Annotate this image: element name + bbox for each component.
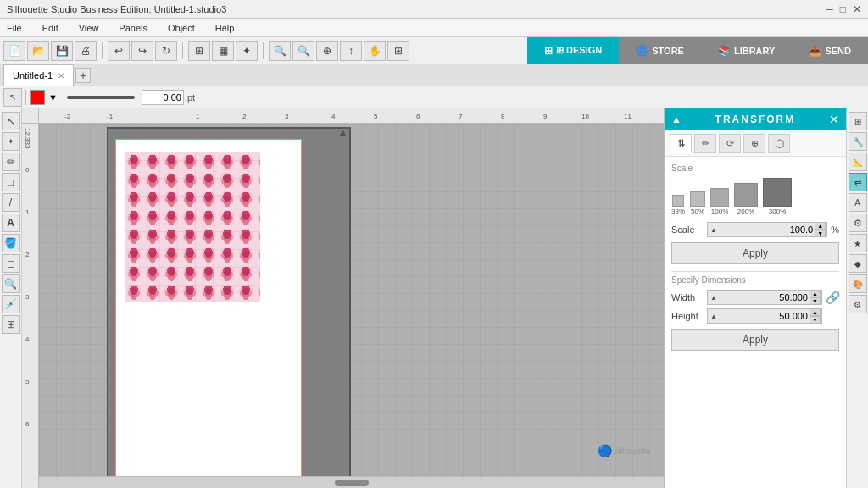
right-tool-1[interactable]: ⊞ [849,112,867,130]
fill-tool[interactable]: 🪣 [2,234,20,252]
scale-spin-down[interactable]: ▼ [815,230,826,237]
group-button[interactable]: ▦ [212,41,234,61]
new-tab-button[interactable]: + [75,68,91,83]
panel-tab-position[interactable]: ⊕ [743,134,765,152]
panel-expand-icon[interactable]: ▲ [671,114,682,125]
right-tool-3[interactable]: 📐 [849,152,867,171]
right-tool-8[interactable]: ◆ [849,254,867,273]
lock-proportions-icon[interactable]: 🔗 [826,291,839,304]
right-tool-transform[interactable]: ⇄ [849,173,867,191]
right-tool-9[interactable]: 🎨 [849,274,867,293]
separator [102,42,103,59]
preset-100[interactable]: 100% [710,188,729,215]
pointer-tool-btn[interactable]: ↖ [3,88,22,107]
nav-store-tab[interactable]: 🌀 STORE [619,37,701,64]
stroke-color-box[interactable] [30,90,45,105]
crop-tool[interactable]: ⊞ [2,315,20,334]
lock-height-icon[interactable]: 🔗 [826,309,839,323]
maximize-button[interactable]: □ [840,3,846,15]
dimensions-apply-button[interactable]: Apply [671,329,839,351]
move-button[interactable]: ↕ [340,41,362,61]
height-spin-up[interactable]: ▲ [810,308,821,316]
shape-tool[interactable]: □ [2,173,20,191]
horizontal-scrollbar[interactable] [39,476,664,488]
panel-close-icon[interactable]: ✕ [829,113,839,126]
close-button[interactable]: ✕ [853,3,861,15]
width-input-wrapper: ▲ 50.000 ▲ ▼ [707,290,822,305]
select-tool[interactable]: ↖ [2,112,20,130]
document-tab[interactable]: Untitled-1 ✕ [3,64,74,86]
panel-tab-shear[interactable]: ⬡ [768,134,790,152]
zoom-in-button[interactable]: 🔍 [269,41,291,61]
right-tool-2[interactable]: 🔧 [849,132,867,151]
zoom-tool[interactable]: 🔍 [2,274,20,293]
eyedropper-tool[interactable]: 💉 [2,295,20,313]
right-tool-7[interactable]: ★ [849,234,867,252]
print-button[interactable]: 🖨 [75,41,97,61]
right-tool-5[interactable]: A [849,193,867,212]
tab-close-icon[interactable]: ✕ [58,71,64,80]
scroll-up-indicator[interactable]: ▲ [337,125,350,139]
preset-300-label: 300% [769,208,786,215]
zoom-fit-button[interactable]: ⊕ [316,41,338,61]
select-button[interactable]: ⊞ [188,41,210,61]
save-button[interactable]: 💾 [51,41,73,61]
node-edit-tool[interactable]: ✦ [2,132,20,151]
width-spin-up[interactable]: ▲ [810,290,821,297]
nav-design-tab[interactable]: ⊞ ⊞ DESIGN [527,37,619,64]
nav-send-tab[interactable]: 📤 SEND [792,37,868,64]
menu-view[interactable]: View [75,21,103,35]
preset-200[interactable]: 200% [734,183,758,215]
undo-button[interactable]: ↩ [108,41,130,61]
height-spin-down[interactable]: ▼ [810,316,821,324]
menu-help[interactable]: Help [212,21,238,35]
draw-tool[interactable]: ✏ [2,152,20,171]
text-tool[interactable]: A [2,214,20,232]
open-button[interactable]: 📂 [27,41,49,61]
window-controls: ─ □ ✕ [826,3,861,15]
panel-tab-scale[interactable]: ⇅ [670,134,692,152]
nodes-button[interactable]: ✦ [236,41,258,61]
zoom-out-button[interactable]: 🔍 [292,41,314,61]
scale-presets: 33% 50% 100% 200% 300% [671,178,839,215]
design-label: ⊞ DESIGN [556,45,602,56]
tab-label: Untitled-1 [13,70,53,80]
canvas-area[interactable]: -2 -1 1 2 3 4 5 6 7 8 9 10 11 12 12.333 … [22,108,664,488]
nav-library-tab[interactable]: 📚 LIBRARY [701,37,792,64]
panel-tab-flip[interactable]: ⟳ [719,134,741,152]
width-spin-down[interactable]: ▼ [810,297,821,305]
dropdown-arrow[interactable]: ▼ [48,92,60,103]
stroke-width-input[interactable]: 0.00 [142,90,184,105]
preset-33[interactable]: 33% [671,195,685,215]
menu-object[interactable]: Object [164,21,198,35]
refresh-button[interactable]: ↻ [155,41,177,61]
stroke-width-slider[interactable] [67,96,135,99]
ruler-top: -2 -1 1 2 3 4 5 6 7 8 9 10 11 12 [39,108,664,124]
right-tool-6[interactable]: ⚙ [849,214,867,232]
right-tool-10[interactable]: ⚙ [849,295,867,313]
dimensions-apply-label: Apply [743,334,768,346]
minimize-button[interactable]: ─ [826,3,833,15]
scale-input[interactable]: 100.0 [707,222,827,237]
line-tool[interactable]: / [2,193,20,212]
preset-33-label: 33% [671,208,685,215]
scale-unit-label: % [831,225,839,235]
redo-button[interactable]: ↪ [131,41,153,61]
height-input[interactable]: 50.000 [707,308,822,324]
menu-edit[interactable]: Edit [39,21,62,35]
send-label: SEND [825,46,851,56]
grid-button[interactable]: ⊞ [387,41,409,61]
scale-apply-button[interactable]: Apply [671,242,839,264]
eraser-tool[interactable]: ◻ [2,254,20,273]
new-button[interactable]: 📄 [3,41,25,61]
width-input[interactable]: 50.000 [707,290,822,305]
scrollbar-thumb[interactable] [335,480,369,486]
preset-50[interactable]: 50% [690,191,705,215]
menu-file[interactable]: File [3,21,25,35]
preset-300[interactable]: 300% [763,178,792,215]
library-icon: 📚 [718,45,731,57]
menu-panels[interactable]: Panels [115,21,151,35]
panel-tab-rotate[interactable]: ✏ [694,134,716,152]
scale-spin-up[interactable]: ▲ [815,222,826,230]
pan-button[interactable]: ✋ [364,41,386,61]
